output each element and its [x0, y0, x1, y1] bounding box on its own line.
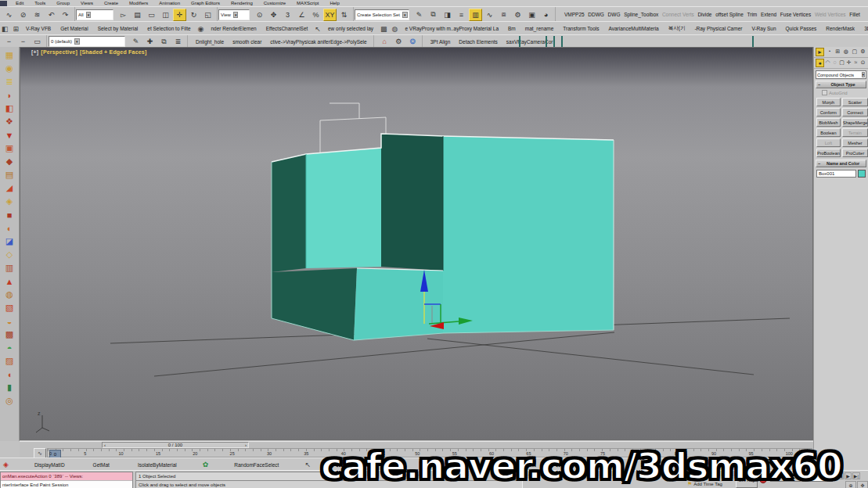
script-icon-coin[interactable]: ◉ — [3, 62, 16, 75]
window-crossing-icon[interactable]: ◫ — [159, 9, 172, 21]
toolbar-text-button[interactable]: offset Spline — [715, 12, 744, 17]
toolbar-text-button[interactable]: IsolateByMaterial — [134, 462, 181, 468]
helpers-category-icon[interactable]: ✛ — [845, 59, 852, 66]
script-icon-half2[interactable]: ◖ — [3, 368, 16, 381]
toolbar-text-button[interactable]: Quick Passes — [782, 26, 821, 31]
edit-named-selections-icon[interactable]: ✎ — [412, 9, 426, 21]
toolbar-text-button[interactable]: Divide — [697, 12, 711, 17]
mirror-icon[interactable]: ◨ — [441, 9, 454, 21]
script-icon-frame[interactable]: ▣ — [3, 142, 16, 155]
render-production-icon[interactable]: ◕ — [539, 9, 553, 21]
object-type-button[interactable]: Boolean — [816, 128, 841, 137]
object-color-swatch[interactable] — [858, 170, 866, 178]
toolbar-text-button[interactable]: V-Ray Sun — [747, 26, 780, 31]
toolbar-text-button[interactable]: DDWG — [588, 12, 604, 17]
toolbar-text-button[interactable]: nder RenderElemen — [207, 26, 260, 31]
unlink-selection-icon[interactable]: ⊘ — [16, 9, 30, 21]
undo-icon[interactable]: ↶ — [45, 9, 58, 21]
create-tab-icon[interactable]: ► — [816, 48, 824, 56]
systems-category-icon[interactable]: ⊙ — [859, 59, 866, 66]
script-icon-bar[interactable]: ▮ — [3, 381, 16, 394]
edit-layer-icon[interactable]: ✎ — [129, 35, 142, 48]
script-icon-book[interactable]: ▤ — [3, 168, 16, 181]
next-key-icon[interactable]: ▶| — [852, 472, 860, 479]
object-type-rollout[interactable]: − Object Type — [816, 81, 866, 88]
object-type-button[interactable]: Loft — [816, 138, 841, 147]
script-icon-arrow-down[interactable]: ▼ — [3, 128, 16, 142]
object-type-button[interactable]: ShapeMerge — [842, 118, 868, 127]
select-and-move-icon[interactable]: ✛ — [173, 9, 186, 21]
shapes-category-icon[interactable]: ◠ — [824, 59, 831, 66]
random-face-icon[interactable]: ✿ — [201, 461, 211, 468]
layer-dash-icon-1[interactable]: − — [2, 35, 16, 48]
object-type-button[interactable]: ProCutter — [842, 149, 868, 157]
macro-gear-icon[interactable]: ⚙ — [392, 35, 405, 48]
menu-item[interactable]: MAXScript — [291, 1, 324, 5]
toolbar-text-button[interactable]: Fuse Vertices — [780, 12, 811, 17]
layer-toggle-icon[interactable]: ▭ — [31, 35, 44, 48]
select-and-scale-icon[interactable]: ◱ — [201, 9, 214, 21]
schematic-view-icon[interactable]: ⧈ — [497, 9, 510, 21]
select-by-name-icon[interactable]: ▤ — [131, 9, 144, 21]
chevron-down-icon[interactable]: ▾ — [74, 38, 80, 45]
selection-filter-dropdown[interactable]: All▾ — [76, 9, 113, 20]
align-icon[interactable]: ≡ — [455, 9, 468, 21]
viewport-shading-label[interactable]: [Shaded + Edged Faces] — [80, 49, 147, 55]
toolbar-text-button[interactable]: Spline_Toolbox — [624, 12, 658, 17]
toolbar-text-button[interactable]: saxVRayCameraCor — [502, 39, 557, 45]
prev-frame-arrow[interactable]: ‹ — [104, 443, 106, 447]
menu-item[interactable]: Group — [51, 1, 75, 5]
snaps-toggle-3d-icon[interactable]: 3 — [281, 9, 294, 21]
toolbar-text-button[interactable]: Detach Elements — [455, 39, 502, 45]
layer-properties-icon[interactable]: ≣ — [171, 35, 185, 48]
box001-object[interactable] — [272, 134, 614, 340]
select-and-link-icon[interactable]: ∿ — [2, 9, 16, 21]
toolbar-text-button[interactable]: ctive->VrayPhysicak aniferEdge->PolySele — [266, 39, 370, 45]
toolbar-text-button[interactable]: DisplayMatID — [31, 462, 69, 468]
render-elements-icon[interactable]: ◉ — [196, 25, 206, 33]
layer-tool-icon[interactable]: ▩ — [379, 25, 389, 33]
toolbar-text-button[interactable]: Transform Tools — [559, 26, 603, 31]
wireframe-spline[interactable] — [320, 103, 386, 155]
script-icon-stack[interactable]: ≣ — [3, 75, 16, 88]
menu-item[interactable]: Customize — [258, 1, 291, 5]
select-and-rotate-icon[interactable]: ↻ — [187, 9, 200, 21]
script-icon-outline[interactable]: ◇ — [3, 248, 16, 261]
toolbar-text-button[interactable]: Weld Vertices — [815, 12, 846, 17]
active-layer-dropdown[interactable]: 0 (default)▾ — [49, 36, 125, 47]
modify-tab-icon[interactable]: ◔ — [826, 48, 833, 55]
toolbar-text-button[interactable]: 3DToal — [860, 26, 868, 31]
add-selection-to-layer-icon[interactable]: ⧉ — [157, 35, 171, 48]
chevron-down-icon[interactable]: ▾ — [862, 72, 865, 77]
object-type-button[interactable]: Connect — [842, 108, 868, 117]
object-type-button[interactable]: Conform — [816, 108, 841, 117]
toolbar-text-button[interactable]: VMPP25 — [564, 12, 585, 17]
toolbar-text-button[interactable]: Dnlight_hole — [192, 39, 228, 45]
motion-tab-icon[interactable]: ◍ — [842, 48, 849, 55]
toolbar-text-button[interactable]: Fillet — [849, 12, 860, 17]
menu-item[interactable]: Help — [324, 1, 344, 5]
toolbar-text-button[interactable]: smooth clear — [229, 39, 265, 45]
toolbar-text-button[interactable]: et Selection to Filte — [143, 26, 194, 31]
object-type-button[interactable]: BlobMesh — [816, 118, 841, 127]
tool-icon-2[interactable]: ⊞ — [12, 25, 21, 33]
toolbar-text-button[interactable]: Select by Material — [94, 26, 142, 31]
menu-item[interactable]: Graph Editors — [185, 1, 225, 5]
menu-item[interactable]: Animation — [153, 1, 185, 5]
script-icon-half[interactable]: ◐ — [3, 221, 16, 235]
toolbar-text-button[interactable]: mat_rename — [521, 26, 558, 31]
render-setup-icon[interactable]: ⚙ — [511, 9, 524, 21]
select-and-manipulate-icon[interactable]: ✥ — [267, 9, 280, 21]
lights-category-icon[interactable]: ◌ — [831, 59, 838, 66]
script-icon-square[interactable]: ■ — [3, 208, 16, 221]
menu-item[interactable]: Views — [75, 1, 99, 5]
space-warps-category-icon[interactable]: ≈ — [852, 59, 859, 66]
toolbar-text-button[interactable]: AvarianceMultiMateria — [605, 26, 663, 31]
utilities-tab-icon[interactable]: ⚙ — [859, 48, 866, 55]
toolbar-text-button[interactable]: EffectsChannelSet — [262, 26, 312, 31]
script-icon-gem[interactable]: ◈ — [3, 195, 16, 208]
vrayproxy-globe-icon[interactable]: ◍ — [391, 25, 400, 33]
menu-item[interactable]: Rendering — [225, 1, 258, 5]
script-icon-ring[interactable]: ◎ — [3, 394, 16, 407]
macro-icon-red[interactable]: ◈ — [2, 461, 10, 468]
